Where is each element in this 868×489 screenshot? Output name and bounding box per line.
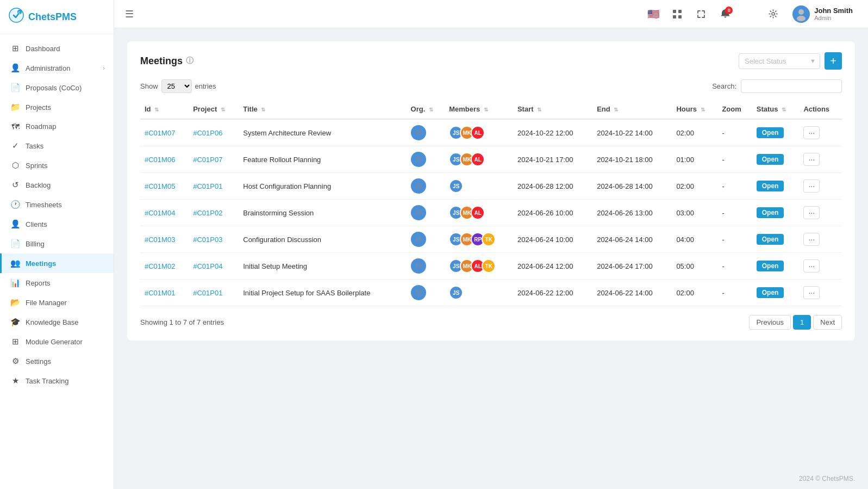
- knowledge-base-icon: 🎓: [10, 317, 20, 327]
- cell-status: Open: [752, 200, 800, 226]
- sidebar-item-proposals[interactable]: 📄 Proposals (CoCo): [0, 78, 114, 97]
- sidebar-item-module-generator[interactable]: ⊞ Module Generator: [0, 332, 114, 351]
- roadmap-icon: 🗺: [10, 122, 20, 131]
- cell-id[interactable]: #C01M07: [140, 119, 189, 146]
- entries-per-page-select[interactable]: 10 25 50 100: [161, 79, 192, 93]
- col-end[interactable]: End ⇅: [592, 100, 672, 119]
- dark-mode-toggle[interactable]: [740, 5, 758, 23]
- page-info-icon[interactable]: ⓘ: [186, 56, 193, 66]
- col-project[interactable]: Project ⇅: [189, 100, 239, 119]
- cell-project[interactable]: #C01P01: [189, 280, 239, 306]
- user-menu-button[interactable]: John Smith Admin: [788, 3, 857, 25]
- col-org[interactable]: Org. ⇅: [407, 100, 445, 119]
- sidebar-item-dashboard[interactable]: ⊞ Dashboard: [0, 39, 114, 58]
- app-logo: C ChetsPMS: [0, 0, 114, 34]
- row-actions-button[interactable]: ···: [803, 126, 820, 139]
- cell-id[interactable]: #C01M01: [140, 280, 189, 306]
- cell-actions[interactable]: ···: [799, 280, 842, 306]
- cell-id[interactable]: #C01M05: [140, 173, 189, 200]
- cell-project[interactable]: #C01P06: [189, 119, 239, 146]
- cell-hours: 03:00: [672, 200, 717, 226]
- sidebar-item-label: Billing: [26, 240, 45, 248]
- footer: 2024 © ChetsPMS.: [114, 468, 868, 489]
- sidebar: C ChetsPMS ⊞ Dashboard 👤 Administration …: [0, 0, 114, 489]
- row-actions-button[interactable]: ···: [803, 179, 820, 193]
- cell-start: 2024-06-28 12:00: [513, 173, 592, 200]
- row-actions-button[interactable]: ···: [803, 153, 820, 166]
- sidebar-item-backlog[interactable]: ↺ Backlog: [0, 175, 114, 195]
- cell-members: JS: [445, 280, 513, 306]
- settings-gear-button[interactable]: [764, 5, 782, 23]
- topbar: ☰ 🇺🇸 0: [114, 0, 868, 28]
- sidebar-item-meetings[interactable]: 👥 Meetings: [0, 253, 114, 273]
- search-input[interactable]: [741, 79, 842, 93]
- row-actions-button[interactable]: ···: [803, 233, 820, 246]
- cell-project[interactable]: #C01P07: [189, 146, 239, 173]
- cell-id[interactable]: #C01M06: [140, 146, 189, 173]
- sidebar-item-administration[interactable]: 👤 Administration ›: [0, 58, 114, 78]
- status-select[interactable]: Select Status Open Closed: [739, 53, 820, 69]
- org-avatar: JS: [411, 285, 426, 300]
- notification-count: 0: [725, 7, 733, 14]
- sidebar-item-settings[interactable]: ⚙ Settings: [0, 351, 114, 371]
- cell-org: JS: [407, 253, 445, 280]
- cell-actions[interactable]: ···: [799, 226, 842, 253]
- sidebar-item-billing[interactable]: 📄 Billing: [0, 234, 114, 253]
- sidebar-item-label: Meetings: [26, 259, 56, 268]
- hamburger-menu-button[interactable]: ☰: [125, 8, 134, 20]
- col-id[interactable]: Id ⇅: [140, 100, 189, 119]
- sidebar-item-label: Module Generator: [26, 338, 83, 346]
- cell-status: Open: [752, 119, 800, 146]
- sidebar-item-sprints[interactable]: ⬡ Sprints: [0, 156, 114, 175]
- cell-project[interactable]: #C01P01: [189, 173, 239, 200]
- flag-icon[interactable]: 🇺🇸: [645, 5, 662, 23]
- cell-actions[interactable]: ···: [799, 119, 842, 146]
- org-avatar: JS: [411, 232, 426, 247]
- cell-id[interactable]: #C01M02: [140, 253, 189, 280]
- cell-project[interactable]: #C01P03: [189, 226, 239, 253]
- cell-id[interactable]: #C01M04: [140, 200, 189, 226]
- sidebar-item-tasks[interactable]: ✓ Tasks: [0, 136, 114, 156]
- cell-actions[interactable]: ···: [799, 200, 842, 226]
- cell-start: 2024-06-26 10:00: [513, 200, 592, 226]
- sidebar-item-timesheets[interactable]: 🕐 Timesheets: [0, 195, 114, 214]
- cell-actions[interactable]: ···: [799, 253, 842, 280]
- cell-project[interactable]: #C01P04: [189, 253, 239, 280]
- apps-grid-icon[interactable]: [669, 5, 686, 23]
- next-page-button[interactable]: Next: [813, 315, 842, 330]
- col-title[interactable]: Title ⇅: [239, 100, 406, 119]
- sidebar-item-reports[interactable]: 📊 Reports: [0, 273, 114, 293]
- sidebar-item-roadmap[interactable]: 🗺 Roadmap: [0, 117, 114, 136]
- col-members[interactable]: Members ⇅: [445, 100, 513, 119]
- notification-bell-button[interactable]: 0: [716, 5, 734, 23]
- cell-org: JS: [407, 280, 445, 306]
- sidebar-item-knowledge-base[interactable]: 🎓 Knowledge Base: [0, 312, 114, 332]
- row-actions-button[interactable]: ···: [803, 286, 820, 299]
- fullscreen-icon[interactable]: [692, 5, 710, 23]
- col-hours[interactable]: Hours ⇅: [672, 100, 717, 119]
- col-actions: Actions: [799, 100, 842, 119]
- row-actions-button[interactable]: ···: [803, 206, 820, 219]
- sidebar-item-task-tracking[interactable]: ★ Task Tracking: [0, 371, 114, 391]
- cell-actions[interactable]: ···: [799, 173, 842, 200]
- show-label: Show: [140, 82, 158, 90]
- sprints-icon: ⬡: [10, 160, 20, 170]
- add-meeting-button[interactable]: +: [825, 52, 842, 70]
- col-status[interactable]: Status ⇅: [752, 100, 800, 119]
- cell-project[interactable]: #C01P02: [189, 200, 239, 226]
- row-actions-button[interactable]: ···: [803, 259, 820, 273]
- page-1-button[interactable]: 1: [793, 315, 811, 330]
- col-start[interactable]: Start ⇅: [513, 100, 592, 119]
- sidebar-item-projects[interactable]: 📁 Projects: [0, 97, 114, 117]
- cell-members: JSMKAL: [445, 200, 513, 226]
- table-row: #C01M02 #C01P04 Initial Setup Meeting JS…: [140, 253, 842, 280]
- cell-id[interactable]: #C01M03: [140, 226, 189, 253]
- module-generator-icon: ⊞: [10, 337, 20, 346]
- cell-actions[interactable]: ···: [799, 146, 842, 173]
- table-row: #C01M01 #C01P01 Initial Project Setup fo…: [140, 280, 842, 306]
- sidebar-item-clients[interactable]: 👤 Clients: [0, 214, 114, 234]
- previous-page-button[interactable]: Previous: [749, 315, 791, 330]
- show-entries-control: Show 10 25 50 100 entries: [140, 79, 216, 93]
- cell-status: Open: [752, 173, 800, 200]
- sidebar-item-file-manager[interactable]: 📂 File Manager: [0, 293, 114, 312]
